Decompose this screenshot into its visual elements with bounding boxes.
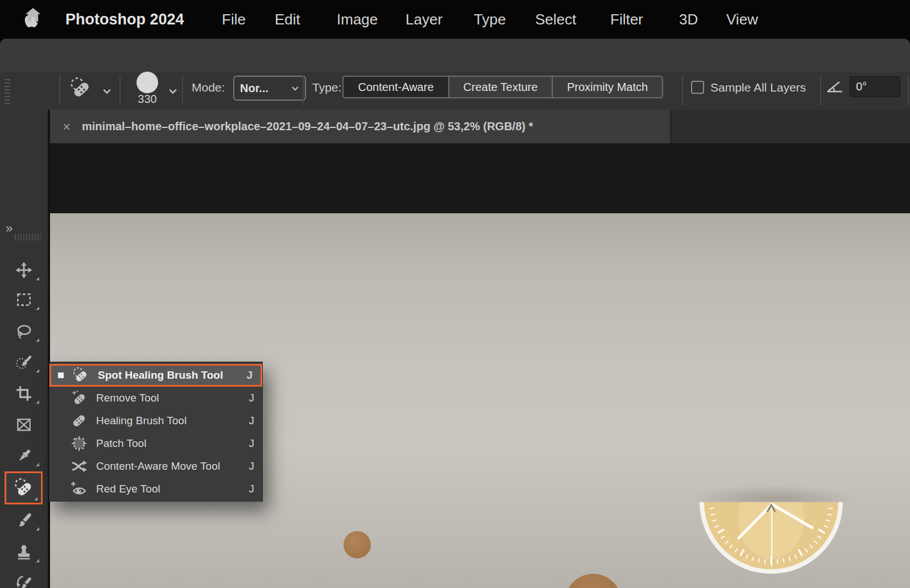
bullet-spacer bbox=[56, 418, 62, 424]
menu-type[interactable]: Type bbox=[474, 0, 506, 39]
separator bbox=[682, 76, 683, 105]
flyout-triangle bbox=[34, 497, 38, 500]
spot-healing-brush-icon bbox=[14, 478, 34, 498]
move-tool[interactable] bbox=[0, 254, 48, 285]
menu-item-shortcut: J bbox=[249, 437, 255, 450]
selection-brush-icon bbox=[15, 354, 32, 371]
history-brush-tool[interactable] bbox=[0, 566, 48, 588]
separator bbox=[908, 76, 909, 105]
clone-stamp-tool[interactable] bbox=[0, 536, 48, 568]
menu-file[interactable]: File bbox=[222, 0, 246, 39]
menu-edit[interactable]: Edit bbox=[275, 0, 300, 39]
flyout-triangle bbox=[36, 277, 39, 280]
options-bar-grip[interactable] bbox=[5, 79, 10, 104]
menu-image[interactable]: Image bbox=[337, 0, 378, 39]
sample-all-layers-checkbox[interactable] bbox=[691, 81, 704, 94]
bullet-spacer bbox=[56, 395, 62, 401]
menu-item-remove-tool[interactable]: Remove Tool J bbox=[49, 387, 262, 409]
separator bbox=[59, 76, 60, 105]
flyout-triangle bbox=[36, 400, 39, 404]
menu-item-healing-brush[interactable]: Healing Brush Tool J bbox=[49, 409, 262, 432]
spot-healing-brush-tool[interactable] bbox=[5, 471, 43, 504]
menu-select[interactable]: Select bbox=[535, 0, 576, 39]
separator bbox=[182, 76, 183, 105]
type-content-aware-button[interactable]: Content-Aware bbox=[342, 76, 449, 98]
patch-tool-icon bbox=[70, 435, 88, 452]
macos-menu-bar: Photoshop 2024 File Edit Image Layer Typ… bbox=[0, 0, 910, 39]
chevron-down-icon bbox=[168, 88, 177, 94]
tool-preset-chevron[interactable] bbox=[102, 86, 111, 97]
menu-item-label: Content-Aware Move Tool bbox=[96, 460, 249, 473]
menu-item-label: Remove Tool bbox=[96, 392, 249, 404]
expand-panel-chevron[interactable]: » bbox=[6, 221, 14, 236]
home-icon bbox=[24, 6, 42, 24]
remove-tool-icon bbox=[70, 390, 88, 407]
marquee-icon bbox=[15, 291, 32, 308]
window-title-bar: Adobe Photoshop bbox=[0, 39, 910, 72]
document-tab[interactable]: × minimal–home–office–workplace–2021–09–… bbox=[50, 110, 671, 143]
brush-icon bbox=[15, 512, 32, 529]
menu-view[interactable]: View bbox=[726, 0, 758, 39]
flyout-triangle bbox=[36, 338, 39, 342]
document-tab-bar: × minimal–home–office–workplace–2021–09–… bbox=[50, 110, 910, 143]
tab-title: minimal–home–office–workplace–2021–09–24… bbox=[82, 120, 533, 133]
spot-healing-brush-icon bbox=[69, 77, 92, 100]
home-button[interactable] bbox=[24, 6, 42, 26]
menu-item-label: Healing Brush Tool bbox=[96, 415, 249, 427]
eyedropper-tool[interactable] bbox=[0, 440, 48, 471]
chevron-down-icon bbox=[291, 86, 299, 91]
type-create-texture-button[interactable]: Create Texture bbox=[449, 76, 553, 98]
rectangular-marquee-tool[interactable] bbox=[0, 284, 48, 315]
menu-filter[interactable]: Filter bbox=[610, 0, 643, 39]
eyedropper-icon bbox=[15, 448, 32, 465]
cork-dot-partial bbox=[565, 574, 622, 588]
selection-brush-tool[interactable] bbox=[0, 346, 48, 378]
tab-close-icon[interactable]: × bbox=[63, 119, 71, 135]
menu-item-shortcut: J bbox=[249, 392, 255, 404]
tools-panel-grip[interactable] bbox=[15, 234, 41, 241]
frame-tool[interactable] bbox=[0, 409, 48, 440]
angle-icon bbox=[826, 80, 844, 96]
spot-healing-brush-icon bbox=[72, 367, 90, 384]
healing-brush-icon bbox=[70, 412, 88, 429]
separator bbox=[820, 76, 821, 105]
menu-item-spot-healing-brush[interactable]: Spot Healing Brush Tool J bbox=[49, 364, 262, 387]
crop-tool[interactable] bbox=[0, 378, 48, 409]
mode-value: Nor... bbox=[240, 82, 268, 95]
menu-item-label: Spot Healing Brush Tool bbox=[98, 369, 246, 382]
menu-3d[interactable]: 3D bbox=[679, 0, 698, 39]
brush-preview-circle[interactable] bbox=[136, 72, 158, 93]
separator bbox=[303, 76, 304, 105]
menu-item-shortcut: J bbox=[249, 415, 255, 427]
angle-input[interactable]: 0° bbox=[850, 76, 900, 97]
menu-item-shortcut: J bbox=[249, 483, 255, 495]
healing-tools-flyout-menu: Spot Healing Brush Tool J Remove Tool J bbox=[49, 362, 263, 502]
current-tool-preset-button[interactable] bbox=[69, 77, 92, 102]
chevron-down-icon bbox=[102, 88, 111, 94]
brush-tool[interactable] bbox=[0, 504, 48, 536]
current-tool-marker bbox=[58, 372, 64, 378]
menu-layer[interactable]: Layer bbox=[406, 0, 442, 39]
brush-picker-chevron[interactable] bbox=[168, 86, 177, 97]
flyout-triangle bbox=[36, 369, 39, 372]
mode-dropdown[interactable]: Nor... bbox=[233, 76, 306, 101]
bullet-spacer bbox=[56, 463, 62, 469]
menu-app-name[interactable]: Photoshop 2024 bbox=[65, 0, 184, 39]
crop-icon bbox=[15, 385, 32, 402]
brush-size-value: 330 bbox=[135, 93, 159, 106]
frame-icon bbox=[15, 416, 32, 433]
menu-item-red-eye-tool[interactable]: Red Eye Tool J bbox=[49, 478, 262, 500]
type-label: Type: bbox=[312, 81, 341, 94]
menu-item-label: Red Eye Tool bbox=[96, 483, 249, 495]
separator bbox=[119, 76, 121, 105]
type-proximity-match-button[interactable]: Proximity Match bbox=[553, 76, 663, 98]
tools-panel: » bbox=[0, 110, 50, 588]
red-eye-tool-icon bbox=[70, 481, 88, 498]
mode-label: Mode: bbox=[192, 81, 225, 94]
clone-stamp-icon bbox=[15, 544, 32, 561]
flyout-triangle bbox=[36, 559, 39, 562]
sample-all-layers-label: Sample All Layers bbox=[710, 81, 806, 94]
menu-item-patch-tool[interactable]: Patch Tool J bbox=[49, 432, 262, 455]
menu-item-content-aware-move[interactable]: Content-Aware Move Tool J bbox=[49, 455, 262, 478]
lasso-tool[interactable] bbox=[0, 316, 48, 347]
